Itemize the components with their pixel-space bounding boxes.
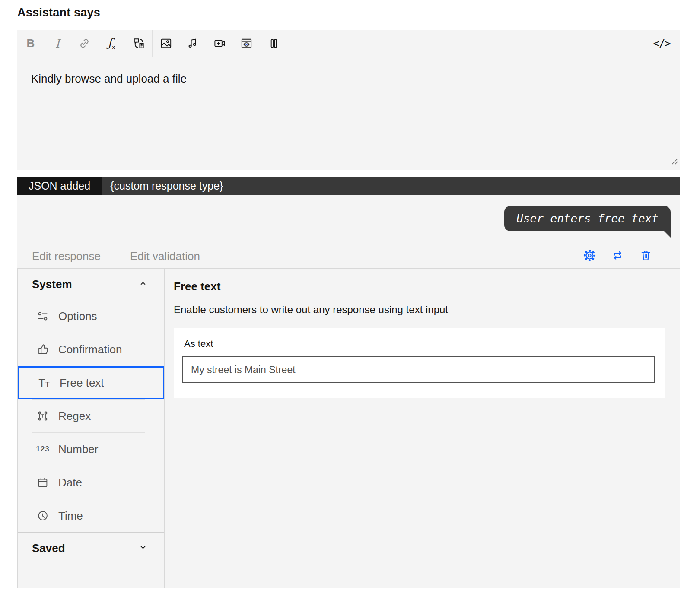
video-add-icon [213,37,226,50]
sidebar-item-confirmation[interactable]: Confirmation [18,333,164,366]
trash-icon [639,249,652,263]
bold-icon: B [27,37,35,50]
sidebar-item-date[interactable]: Date [18,466,164,499]
as-text-card: As text [174,328,665,398]
json-bar: JSON added {custom response type} [17,177,680,195]
section-header-system[interactable]: System [18,269,164,300]
speech-bubble-doc-icon [132,37,146,50]
sidebar-item-label: Time [58,509,83,523]
response-type-panel: System Options [17,268,680,588]
sidebar-item-number[interactable]: 123 Number [18,433,164,466]
custom-response-type-label: {custom response type} [102,177,680,195]
toolbar-spacer [287,30,643,57]
image-icon [159,37,173,50]
chevron-down-icon [137,542,149,555]
chevron-up-icon [137,278,149,291]
detail-title: Free text [174,280,665,293]
sidebar-item-label: Options [58,310,97,323]
preview-eye-icon [240,37,253,50]
tab-edit-validation[interactable]: Edit validation [130,250,200,263]
function-button[interactable]: ƒx [98,30,125,57]
user-message-bubble: User enters free text [504,206,671,231]
resize-handle[interactable] [671,155,678,168]
sidebar-item-time[interactable]: Time [18,499,164,532]
section-title: System [32,278,72,291]
sidebar-item-regex[interactable]: Regex [18,400,164,432]
json-added-badge: JSON added [17,177,102,195]
response-region: User enters free text Edit response Edit… [17,195,680,588]
gear-icon [583,249,596,263]
tabs-row: Edit response Edit validation [17,244,680,268]
insert-response-button[interactable] [125,30,152,57]
calendar-icon [36,476,50,489]
pause-icon [267,37,280,50]
page-title: Assistant says [17,6,680,19]
number-icon: 123 [36,445,50,454]
thumbs-up-icon [36,343,50,356]
as-text-label: As text [184,338,655,349]
function-icon: ƒx [108,36,115,51]
richtext-toolbar: B I ƒx [17,30,680,57]
clock-icon [36,509,50,522]
section-header-saved[interactable]: Saved [18,533,164,564]
options-icon [36,310,50,323]
change-response-type-button[interactable] [611,249,624,263]
sidebar-item-label: Free text [60,376,104,390]
response-type-sidebar: System Options [18,269,165,588]
music-note-icon [186,37,200,50]
detail-description: Enable customers to write out any respon… [174,304,665,316]
italic-icon: I [55,37,60,50]
free-text-example-input[interactable] [182,356,655,383]
regex-icon [36,409,50,422]
assistant-message-text: Kindly browse and upload a file [31,72,187,85]
insert-iframe-button[interactable] [233,30,260,57]
link-icon [78,37,91,50]
pause-button[interactable] [260,30,287,57]
tab-edit-response[interactable]: Edit response [32,250,101,263]
italic-button[interactable]: I [44,30,71,57]
preview-zone: User enters free text [17,195,680,244]
sidebar-item-label: Confirmation [58,343,122,356]
sidebar-item-label: Regex [58,409,91,423]
section-title: Saved [32,542,65,555]
response-editor: B I ƒx [17,30,680,588]
delete-button[interactable] [639,249,652,263]
link-button[interactable] [71,30,98,57]
page: Assistant says B I ƒx [0,0,680,588]
sidebar-item-free-text[interactable]: TT Free text [18,366,164,399]
sidebar-item-label: Date [58,476,82,489]
sidebar-item-label: Number [58,443,98,456]
settings-button[interactable] [583,249,596,263]
sidebar-item-options[interactable]: Options [18,300,164,333]
swap-arrows-icon [611,249,624,263]
code-view-button[interactable]: </> [643,30,680,57]
insert-video-button[interactable] [206,30,233,57]
insert-image-button[interactable] [153,30,179,57]
assistant-message-textarea[interactable]: Kindly browse and upload a file [17,57,680,170]
text-style-icon: TT [37,378,51,388]
response-type-detail: Free text Enable customers to write out … [165,269,680,588]
insert-audio-button[interactable] [179,30,206,57]
code-icon: </> [653,37,670,50]
bold-button[interactable]: B [17,30,44,57]
